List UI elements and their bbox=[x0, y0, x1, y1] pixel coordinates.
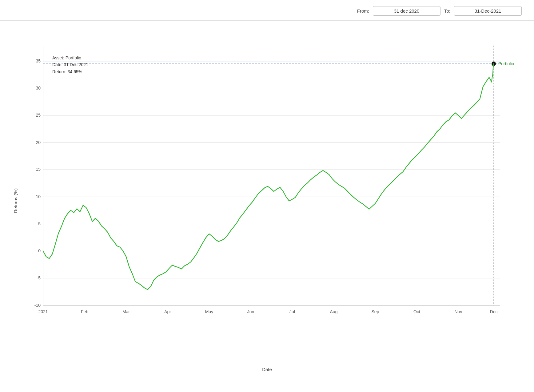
svg-text:Jul: Jul bbox=[289, 309, 295, 314]
header-divider bbox=[0, 20, 534, 21]
x-axis-label: Date bbox=[262, 367, 272, 372]
y-axis-label: Returns (%) bbox=[13, 188, 18, 213]
svg-rect-0 bbox=[28, 30, 485, 321]
svg-text:Aug: Aug bbox=[330, 309, 338, 314]
svg-text:-10: -10 bbox=[34, 303, 41, 308]
chart-container: Returns (%) Date Asset: Portfolio Date: … bbox=[0, 24, 534, 378]
from-date-input[interactable] bbox=[373, 6, 440, 16]
svg-text:Sep: Sep bbox=[372, 309, 379, 314]
grid-lines: -10 -5 0 5 10 15 20 25 30 35 2021 Feb Ma… bbox=[34, 46, 514, 314]
svg-text:Feb: Feb bbox=[81, 309, 88, 314]
to-date-input[interactable] bbox=[454, 6, 522, 16]
svg-text:30: 30 bbox=[36, 85, 41, 90]
svg-text:25: 25 bbox=[36, 113, 41, 118]
svg-text:2021: 2021 bbox=[38, 309, 48, 314]
from-label: From: bbox=[357, 8, 369, 14]
svg-text:5: 5 bbox=[38, 221, 41, 226]
chart-area: Asset: Portfolio Date: 31 Dec 2021 Retur… bbox=[28, 30, 516, 353]
svg-text:May: May bbox=[205, 309, 213, 314]
svg-text:Jun: Jun bbox=[247, 309, 254, 314]
svg-text:Dec: Dec bbox=[490, 309, 498, 314]
svg-text:15: 15 bbox=[36, 167, 41, 172]
svg-text:Apr: Apr bbox=[164, 309, 171, 314]
svg-text:Portfolio: Portfolio bbox=[498, 61, 514, 66]
svg-text:Nov: Nov bbox=[455, 309, 463, 314]
svg-text:Oct: Oct bbox=[413, 309, 420, 314]
svg-text:20: 20 bbox=[36, 140, 41, 145]
svg-text:-5: -5 bbox=[37, 275, 41, 280]
header: From: To: bbox=[0, 0, 534, 20]
to-label: To: bbox=[444, 8, 450, 14]
svg-text:10: 10 bbox=[36, 194, 41, 199]
chart-svg: -10 -5 0 5 10 15 20 25 30 35 2021 Feb Ma… bbox=[28, 30, 516, 353]
portfolio-line bbox=[43, 64, 494, 290]
svg-text:0: 0 bbox=[38, 248, 41, 253]
svg-text:Mar: Mar bbox=[122, 309, 130, 314]
svg-text:35: 35 bbox=[36, 58, 41, 63]
